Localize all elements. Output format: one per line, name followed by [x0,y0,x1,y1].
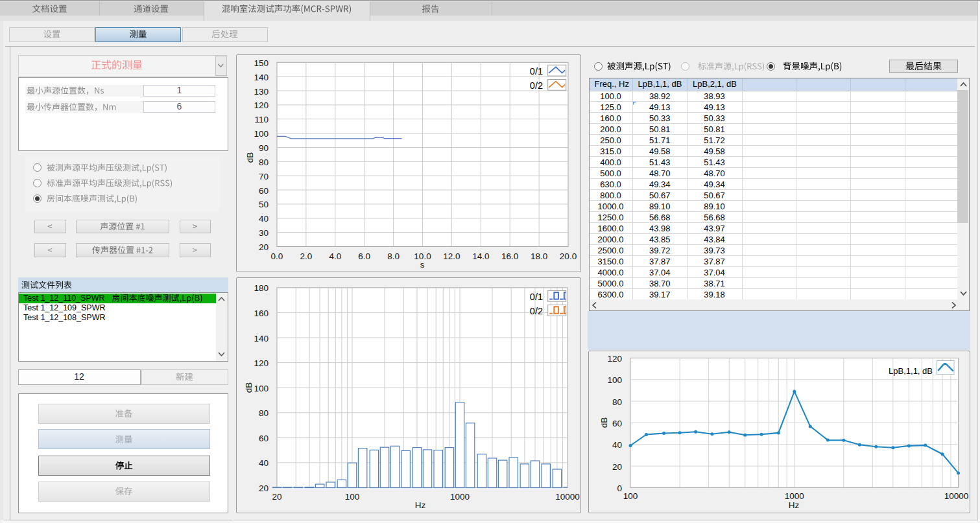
svg-text:18.0: 18.0 [531,251,547,261]
svg-text:140: 140 [254,73,269,82]
svg-text:0: 0 [617,483,622,493]
svg-text:80: 80 [259,157,269,167]
svg-text:30: 30 [259,228,269,238]
svg-text:120: 120 [254,100,269,110]
svg-text:2.0: 2.0 [300,251,313,261]
svg-text:0/2: 0/2 [530,306,543,316]
svg-text:Hz: Hz [415,500,426,510]
svg-text:120: 120 [607,354,622,364]
svg-text:s: s [420,260,425,270]
svg-text:100: 100 [345,492,360,502]
svg-text:140: 140 [254,334,269,343]
svg-text:8.0: 8.0 [387,251,400,261]
svg-text:60: 60 [612,419,622,428]
svg-text:16.0: 16.0 [501,251,518,261]
svg-text:180: 180 [254,283,269,293]
svg-text:70: 70 [259,172,269,181]
svg-text:100: 100 [623,491,638,501]
svg-text:20: 20 [259,242,269,252]
svg-text:LpB,1,1, dB: LpB,1,1, dB [889,366,933,376]
svg-text:Hz: Hz [789,500,800,510]
svg-text:100: 100 [254,129,269,139]
svg-text:dB: dB [244,382,254,393]
svg-text:100: 100 [254,384,269,393]
svg-text:40: 40 [259,458,269,468]
svg-text:12.0: 12.0 [443,251,460,261]
svg-text:1000: 1000 [450,492,470,502]
svg-text:100: 100 [607,375,622,385]
svg-text:110: 110 [254,115,269,124]
svg-text:20: 20 [259,483,269,493]
svg-text:40: 40 [259,214,269,224]
svg-text:14.0: 14.0 [472,251,489,261]
svg-text:0/1: 0/1 [530,66,543,76]
svg-text:10000: 10000 [944,491,969,501]
svg-text:50: 50 [259,200,269,209]
svg-text:150: 150 [254,58,269,68]
svg-text:0/1: 0/1 [530,292,543,302]
svg-text:20: 20 [272,492,281,502]
svg-text:90: 90 [259,143,269,153]
svg-text:dB: dB [599,417,609,428]
svg-text:4.0: 4.0 [329,251,341,261]
svg-text:40: 40 [612,440,622,450]
svg-text:1000: 1000 [785,491,804,501]
svg-text:0/2: 0/2 [530,80,543,91]
svg-text:10000: 10000 [555,492,580,502]
svg-text:0.0: 0.0 [271,251,283,261]
svg-text:dB: dB [245,152,255,163]
svg-text:120: 120 [254,358,269,368]
svg-text:60: 60 [259,186,269,196]
svg-text:60: 60 [259,434,269,443]
svg-text:130: 130 [254,87,269,97]
svg-text:80: 80 [259,408,269,418]
svg-text:160: 160 [254,308,269,318]
svg-text:6.0: 6.0 [358,251,370,261]
svg-text:80: 80 [612,397,622,407]
svg-text:20: 20 [612,462,622,472]
svg-text:20.0: 20.0 [560,251,577,261]
